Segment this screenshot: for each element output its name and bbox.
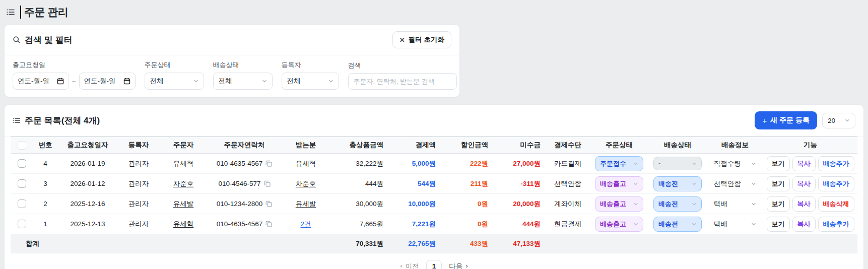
summary-label: 합계 (11, 234, 330, 253)
delivery-info-select[interactable]: 선택안함 (712, 177, 758, 191)
order-status-select[interactable]: 배송출고 (595, 196, 643, 212)
order-table: 번호출고요청일자등록자주문자주문자연락처받는분총상품금액결제액할인금액미수금결제… (11, 137, 857, 253)
cell-payment: 계좌이체 (546, 194, 590, 214)
table-row: 2 2025-12-16 관리자 유세발 010-1234-2800 유세발 3… (11, 194, 857, 214)
cell-discount: 222원 (441, 154, 493, 174)
delivery-info-select[interactable]: 직접수령 (712, 157, 758, 171)
cell-contact-number: 010-4546-577 (218, 180, 260, 187)
table-row: 1 2025-12-13 관리자 유세혁 010-4635-4567 2건 7,… (11, 214, 857, 234)
select-all-checkbox[interactable] (18, 141, 26, 150)
cell-paid: 10,000원 (388, 194, 441, 214)
view-button[interactable]: 보기 (767, 196, 790, 212)
cell-unpaid: 27,000원 (493, 154, 546, 174)
cell-orderer[interactable]: 유세혁 (160, 154, 207, 174)
current-page[interactable]: 1 (426, 260, 442, 269)
ship-date-from-input[interactable]: 연도-월-일 (13, 73, 69, 90)
delete-delivery-button[interactable]: 배송삭제 (818, 196, 854, 212)
view-button[interactable]: 보기 (767, 176, 790, 191)
cell-total: 32,222원 (330, 154, 388, 174)
delivery-info-select[interactable]: 택배 (712, 197, 758, 211)
cell-payment: 카드결제 (546, 154, 590, 174)
page-header: 주문 관리 (0, 0, 868, 22)
column-header: 번호 (33, 137, 58, 154)
chevron-down-icon (692, 201, 697, 207)
delivery-status-filter-select[interactable]: 전체 (213, 73, 273, 90)
order-status-select[interactable]: 배송출고 (595, 217, 643, 232)
order-status-label: 주문상태 (145, 60, 204, 70)
delivery-status-select[interactable]: 배송전 (653, 217, 702, 232)
copy-button[interactable]: 복사 (792, 196, 816, 212)
registrant-filter-select[interactable]: 전체 (282, 73, 339, 90)
next-page-button[interactable]: 다음 › (449, 262, 468, 269)
cell-no: 1 (33, 214, 58, 234)
pagination: ‹ 이전 1 다음 › (5, 253, 863, 269)
cell-receiver[interactable]: 유세발 (282, 194, 330, 214)
order-list-panel: 주문 목록(전체 4개) + 새 주문 등록 20 번 (4, 104, 864, 269)
cell-registrant: 관리자 (117, 194, 160, 214)
cell-receiver[interactable]: 유세혁 (282, 154, 330, 174)
chevron-down-icon (328, 79, 333, 84)
column-header: 주문자연락처 (207, 137, 282, 154)
copy-icon[interactable] (265, 160, 272, 167)
order-status-select[interactable]: 주문접수 (595, 156, 643, 171)
cell-contact: 010-4635-4567 (207, 214, 282, 234)
cell-contact: 010-4546-577 (207, 174, 282, 194)
row-checkbox[interactable] (18, 159, 26, 168)
cell-orderer[interactable]: 유세발 (160, 194, 207, 214)
delivery-status-select[interactable]: 배송전 (653, 196, 702, 212)
chevron-down-icon (845, 118, 850, 123)
cell-no: 4 (33, 154, 58, 174)
delivery-status-select[interactable]: 배송전 (653, 176, 702, 191)
ship-date-to-input[interactable]: 연도-월-일 (79, 73, 136, 90)
cell-receiver[interactable]: 2건 (282, 214, 330, 234)
add-delivery-button[interactable]: 배송추가 (818, 217, 854, 232)
cell-receiver[interactable]: 차준호 (282, 174, 330, 194)
cell-payment: 선택안함 (546, 174, 590, 194)
prev-page-button[interactable]: ‹ 이전 (400, 262, 419, 269)
search-input[interactable] (348, 73, 457, 90)
chevron-down-icon (633, 161, 638, 166)
chevron-down-icon (751, 181, 756, 186)
view-button[interactable]: 보기 (767, 156, 790, 171)
delivery-status-select[interactable]: - (653, 157, 702, 170)
cell-actions: 보기복사배송추가 (767, 217, 854, 232)
cell-total: 7,665원 (330, 214, 388, 234)
cell-contact-number: 010-4635-4567 (217, 220, 263, 228)
column-header: 할인금액 (441, 137, 493, 154)
cell-no: 3 (33, 174, 58, 194)
row-checkbox[interactable] (18, 220, 26, 228)
chevron-down-icon (193, 79, 198, 84)
cell-contact: 010-1234-2800 (207, 194, 282, 214)
cell-orderer[interactable]: 유세혁 (160, 214, 207, 234)
filter-reset-button[interactable]: ✕ 필터 초기화 (392, 31, 451, 48)
copy-button[interactable]: 복사 (792, 217, 816, 232)
view-button[interactable]: 보기 (767, 217, 790, 232)
order-list-title: 주문 목록(전체 4개) (13, 115, 100, 126)
add-delivery-button[interactable]: 배송추가 (818, 156, 854, 171)
cell-total: 444원 (330, 174, 388, 194)
chevron-down-icon (633, 222, 638, 227)
cell-paid: 5,000원 (388, 154, 441, 174)
column-header: 주문자 (160, 137, 207, 154)
filter-ship-date: 출고요청일 연도-월-일 ~ 연도-월-일 (13, 60, 136, 90)
cell-paid: 7,221원 (388, 214, 441, 234)
row-checkbox[interactable] (18, 199, 26, 208)
copy-icon[interactable] (265, 221, 272, 227)
order-status-select[interactable]: 배송출고 (595, 176, 643, 191)
copy-icon[interactable] (264, 180, 271, 187)
row-checkbox[interactable] (18, 179, 26, 188)
page-size-select[interactable]: 20 (822, 113, 855, 128)
add-delivery-button[interactable]: 배송추가 (818, 176, 854, 191)
new-order-button[interactable]: + 새 주문 등록 (755, 111, 817, 129)
filter-registrant: 등록자 전체 (282, 60, 339, 90)
delivery-info-select[interactable]: 택배 (712, 217, 758, 231)
cell-no: 2 (33, 194, 58, 214)
delivery-status-label: 배송상태 (213, 60, 273, 70)
summary-row: 합계 70,331원 22,765원 433원 47,133원 (11, 234, 857, 253)
filter-panel-title: 검색 및 필터 (13, 34, 72, 46)
copy-button[interactable]: 복사 (792, 176, 816, 191)
copy-icon[interactable] (265, 200, 272, 207)
copy-button[interactable]: 복사 (792, 156, 816, 171)
order-status-filter-select[interactable]: 전체 (145, 73, 204, 90)
cell-orderer[interactable]: 차준호 (160, 174, 207, 194)
